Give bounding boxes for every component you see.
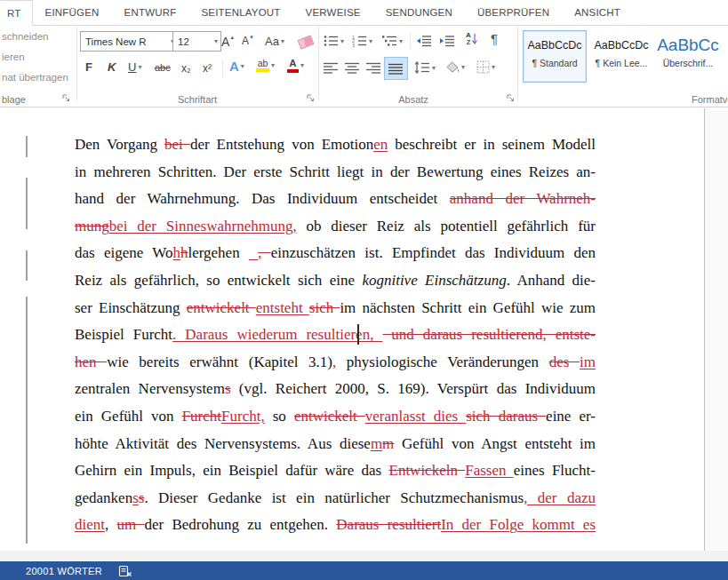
highlight-color-button[interactable]: ab ▾ [256, 59, 275, 72]
tab--berpr-fen[interactable]: ÜBERPRÜFEN [465, 0, 562, 25]
text-line: hen wie bereits erwähnt (Kapitel 3.1), p… [75, 349, 596, 377]
superscript-button[interactable]: x² [203, 62, 212, 75]
paint-bucket-icon [446, 61, 460, 73]
tab-verweise[interactable]: VERWEISE [293, 0, 373, 25]
chevron-down-icon[interactable]: ▾ [432, 64, 436, 72]
align-right-button[interactable] [366, 62, 381, 74]
bold-button[interactable]: F [85, 60, 92, 74]
chevron-down-icon[interactable]: ▾ [300, 61, 304, 69]
sort-button[interactable]: A Z [466, 32, 478, 46]
cut-button[interactable]: schneiden [2, 31, 48, 42]
deleted-text: anhand der Wahrneh- [450, 190, 596, 207]
align-left-button[interactable] [324, 62, 339, 74]
clipboard-group-label: blage [2, 94, 26, 105]
chevron-down-icon[interactable]: ▾ [211, 37, 218, 45]
grow-font-button[interactable]: A ▲ [221, 35, 235, 49]
styles-group-label: Formatvor [692, 94, 728, 105]
style-name: Überschrif... [657, 58, 719, 68]
tab-rt[interactable]: RT [0, 0, 33, 26]
change-case-button[interactable]: Aa ▾ [265, 35, 284, 48]
increase-indent-button[interactable] [439, 35, 455, 47]
tab-entwurf[interactable]: ENTWURF [112, 0, 189, 25]
style-name: ¶ Kein Lee... [590, 58, 652, 68]
style-preview: AaBbCc [657, 36, 719, 55]
show-paragraph-marks-button[interactable]: ¶ [491, 31, 498, 46]
style-card[interactable]: AÜ [723, 30, 728, 83]
clear-formatting-button[interactable] [299, 37, 313, 47]
deleted-text: hen [75, 354, 107, 370]
align-center-button[interactable] [345, 62, 360, 74]
chevron-down-icon[interactable]: ▾ [461, 63, 465, 71]
italic-button[interactable]: K [108, 60, 116, 74]
change-bar [26, 297, 28, 544]
style-card[interactable]: AaBbCcÜberschrif... [656, 30, 720, 83]
shrink-font-button[interactable]: A ▼ [242, 35, 254, 47]
document-canvas[interactable]: Den Vorgang bei der Entstehung von Emoti… [0, 107, 728, 561]
font-group-label: Schriftart [153, 94, 242, 105]
line-spacing-button[interactable]: ▾ [414, 61, 436, 74]
tab-sendungen[interactable]: SENDUNGEN [373, 0, 465, 25]
deleted-text: Furcht [182, 408, 221, 425]
decrease-indent-button[interactable] [416, 35, 432, 47]
text-run: (vgl. Reichert 2000, S. 169). Verspürt d… [231, 380, 596, 397]
numbered-list-button[interactable]: 123 ▾ [352, 35, 372, 47]
copy-button[interactable]: ieren [2, 52, 25, 62]
shading-button[interactable]: ▾ [446, 61, 465, 73]
line-content: gedankenss. Dieser Gedanke ist ein natür… [75, 489, 596, 506]
tab-seitenlayout[interactable]: SEITENLAYOUT [188, 0, 292, 25]
text-run: einzuschätzen ist. Empfindet das Individ… [271, 244, 596, 261]
paragraph-group-label: Absatz [369, 94, 458, 105]
deleted-text: um [117, 516, 145, 533]
chevron-down-icon[interactable]: ▾ [138, 63, 141, 71]
font-size-combo[interactable]: 12 ▾ [172, 31, 221, 52]
paragraph-dialog-launcher-icon[interactable] [507, 94, 516, 103]
chevron-down-icon[interactable]: ▾ [369, 37, 372, 45]
chevron-down-icon[interactable]: ▾ [340, 37, 344, 45]
chevron-down-icon[interactable]: ▾ [399, 37, 403, 45]
line-content: in mehreren Schritten. Der erste Schritt… [75, 163, 596, 180]
clipboard-dialog-launcher-icon[interactable] [62, 94, 71, 103]
font-color-button[interactable]: A ▾ [287, 59, 304, 73]
style-card[interactable]: AaBbCcDc¶ Standard [523, 30, 587, 83]
text-run: Beispiel Furcht [75, 326, 172, 343]
style-name: Ü [724, 58, 728, 68]
inserted-text: dient [75, 516, 105, 533]
deleted-text: sich daraus [466, 408, 546, 425]
change-bar [26, 178, 28, 229]
subscript-button[interactable]: x₂ [181, 62, 191, 75]
inserted-text: en [373, 136, 388, 153]
borders-button[interactable]: ▾ [476, 60, 495, 74]
tab-ansicht[interactable]: ANSICHT [562, 0, 633, 25]
tab-einf-gen[interactable]: EINFÜGEN [33, 0, 112, 25]
chevron-down-icon[interactable]: ▾ [492, 63, 495, 71]
justify-button[interactable] [385, 58, 407, 79]
text-line: mungbei der Sinneswahrnehmung, ob dieser… [75, 213, 596, 241]
text-effects-button[interactable]: A ▾ [229, 59, 244, 74]
deleted-text: m [382, 435, 394, 452]
page-right-edge [704, 108, 728, 551]
line-content: hen wie bereits erwähnt (Kapitel 3.1), p… [75, 354, 596, 370]
deleted-text: bei [164, 136, 190, 153]
strikethrough-button[interactable]: abc [155, 62, 171, 73]
text-run: physiologische Veränderungen [336, 354, 549, 370]
underline-button[interactable]: U ▾ [128, 60, 141, 74]
style-card[interactable]: AaBbCcDc¶ Kein Lee... [589, 30, 653, 83]
text-line: gedankenss. Dieser Gedanke ist ein natür… [75, 485, 596, 512]
bullet-list-button[interactable]: ▾ [324, 35, 344, 47]
text-run: so [265, 408, 294, 425]
font-dialog-launcher-icon[interactable] [307, 94, 316, 103]
chevron-down-icon[interactable]: ▾ [241, 62, 244, 70]
chevron-down-icon[interactable]: ▾ [271, 61, 275, 69]
ribbon: schneiden ieren nat übertragen blage Tim… [0, 25, 728, 107]
multilevel-list-button[interactable]: ▾ [382, 35, 403, 47]
deleted-text: s [225, 380, 231, 397]
line-content: mungbei der Sinneswahrnehmung, ob dieser… [75, 218, 596, 234]
italic-text: kognitive Einschätzung [362, 272, 506, 289]
document-text[interactable]: Den Vorgang bei der Entstehung von Emoti… [75, 131, 596, 539]
format-painter-button[interactable]: nat übertragen [2, 72, 68, 83]
text-run: eine er- [546, 408, 596, 425]
font-name-combo[interactable]: Times New R ▾ [80, 31, 178, 52]
proofing-error-icon[interactable] [118, 565, 132, 577]
word-count[interactable]: 20001 WÖRTER [26, 566, 102, 576]
deleted-text: entwickelt [187, 299, 256, 316]
